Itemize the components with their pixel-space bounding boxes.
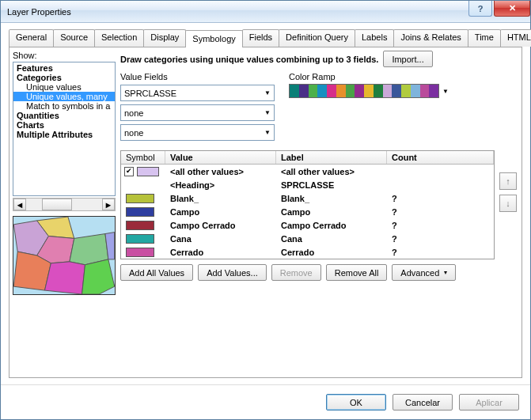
row-swatch[interactable] <box>126 248 154 257</box>
chevron-down-icon: ▼ <box>264 89 271 96</box>
table-row[interactable]: Campo CerradoCampo Cerrado? <box>121 218 494 232</box>
remove-all-button[interactable]: Remove All <box>326 264 388 281</box>
row-value: Cana <box>165 234 276 244</box>
reorder-buttons: ↑ ↓ <box>499 150 517 259</box>
titlebar[interactable]: Layer Properties ? ✕ <box>1 1 530 23</box>
heading-label: SPRCLASSE <box>276 180 387 190</box>
row-swatch[interactable] <box>126 194 154 203</box>
col-symbol[interactable]: Symbol <box>121 151 165 164</box>
value-field-3[interactable]: none▼ <box>120 124 275 141</box>
row-count: ? <box>387 248 494 257</box>
left-column: Show: Features Categories Unique values … <box>13 51 116 373</box>
value-field-2[interactable]: none▼ <box>120 104 275 121</box>
row-heading[interactable]: <Heading> SPRCLASSE <box>121 178 494 191</box>
chevron-down-icon: ▼ <box>264 109 271 116</box>
tree-unique-values-many[interactable]: Unique values, many <box>13 92 115 101</box>
chevron-down-icon: ▾ <box>444 269 447 276</box>
tree-charts[interactable]: Charts <box>13 120 115 130</box>
layer-properties-window: Layer Properties ? ✕ General Source Sele… <box>0 0 531 420</box>
right-column: Draw categories using unique values comb… <box>120 51 517 373</box>
dialog-footer: OK Cancelar Aplicar <box>1 384 530 419</box>
row-label: Cana <box>276 234 387 244</box>
row-label: Blank_ <box>276 194 387 203</box>
move-up-button[interactable]: ↑ <box>499 172 517 190</box>
heading-value: <Heading> <box>165 180 276 190</box>
client-area: General Source Selection Display Symbolo… <box>1 23 530 384</box>
tab-general[interactable]: General <box>9 29 54 47</box>
grid-header: Symbol Value Label Count <box>121 151 494 165</box>
value-field-1[interactable]: SPRCLASSE▼ <box>120 85 275 101</box>
arrow-up-icon: ↑ <box>506 176 510 186</box>
description-row: Draw categories using unique values comb… <box>120 51 517 67</box>
scroll-left-icon[interactable]: ◄ <box>13 199 26 210</box>
tree-multiple-attributes[interactable]: Multiple Attributes <box>13 130 115 139</box>
scroll-right-icon[interactable]: ► <box>102 199 115 210</box>
cancel-button[interactable]: Cancelar <box>393 394 453 411</box>
all-other-value: <all other values> <box>165 167 276 176</box>
chevron-down-icon[interactable]: ▼ <box>442 88 449 95</box>
row-count: ? <box>387 221 494 230</box>
import-button[interactable]: Import... <box>383 51 432 67</box>
tab-definition-query[interactable]: Definition Query <box>279 29 355 47</box>
close-icon: ✕ <box>509 3 516 13</box>
tab-html-popup[interactable]: HTML Popup <box>500 29 531 47</box>
tree-features[interactable]: Features <box>13 63 115 73</box>
color-ramp-label: Color Ramp <box>289 72 449 81</box>
row-value: Cerrado <box>165 248 276 257</box>
move-down-button[interactable]: ↓ <box>499 195 517 212</box>
tab-strip: General Source Selection Display Symbolo… <box>9 29 522 47</box>
tree-match-symbols[interactable]: Match to symbols in a <box>13 101 115 111</box>
row-value: Campo <box>165 207 276 217</box>
row-value: Blank_ <box>165 194 276 203</box>
table-row[interactable]: CampoCampo? <box>121 205 494 218</box>
col-label[interactable]: Label <box>276 151 387 164</box>
add-all-values-button[interactable]: Add All Values <box>120 264 193 281</box>
table-row[interactable]: Blank_Blank_? <box>121 191 494 205</box>
color-ramp[interactable] <box>289 84 439 98</box>
symbol-grid[interactable]: Symbol Value Label Count ✔ <all other va… <box>120 150 495 259</box>
grid-button-row: Add All Values Add Values... Remove Remo… <box>120 264 517 281</box>
tab-fields[interactable]: Fields <box>242 29 279 47</box>
show-tree[interactable]: Features Categories Unique values Unique… <box>13 62 116 196</box>
all-other-label: <all other values> <box>276 167 387 176</box>
tab-display[interactable]: Display <box>143 29 186 47</box>
row-label: Campo <box>276 207 387 217</box>
tab-time[interactable]: Time <box>468 29 501 47</box>
show-label: Show: <box>13 51 116 60</box>
map-preview-svg <box>13 217 115 294</box>
remove-button[interactable]: Remove <box>271 264 321 281</box>
apply-button[interactable]: Aplicar <box>459 394 519 411</box>
tab-symbology[interactable]: Symbology <box>185 30 242 47</box>
advanced-button[interactable]: Advanced▾ <box>392 264 456 281</box>
row-swatch[interactable] <box>126 221 154 230</box>
all-other-swatch[interactable] <box>137 167 159 176</box>
table-row[interactable]: CanaCana? <box>121 232 494 245</box>
tab-labels[interactable]: Labels <box>355 29 394 47</box>
help-icon: ? <box>478 4 484 13</box>
tab-source[interactable]: Source <box>53 29 95 47</box>
row-count: ? <box>387 207 494 217</box>
row-swatch[interactable] <box>126 207 154 217</box>
row-swatch[interactable] <box>126 234 154 244</box>
tree-quantities[interactable]: Quantities <box>13 111 115 120</box>
all-other-checkbox[interactable]: ✔ <box>124 167 134 176</box>
row-all-other[interactable]: ✔ <all other values> <all other values> <box>121 165 494 178</box>
ok-button[interactable]: OK <box>326 394 386 411</box>
col-value[interactable]: Value <box>165 151 276 164</box>
add-values-button[interactable]: Add Values... <box>198 264 267 281</box>
help-button[interactable]: ? <box>468 1 492 17</box>
tree-hscrollbar[interactable]: ◄ ► <box>13 198 116 211</box>
window-title: Layer Properties <box>7 7 467 17</box>
row-label: Cerrado <box>276 248 387 257</box>
tab-selection[interactable]: Selection <box>94 29 144 47</box>
tab-joins-relates[interactable]: Joins & Relates <box>393 29 468 47</box>
tree-categories[interactable]: Categories <box>13 73 115 82</box>
scroll-thumb[interactable] <box>42 199 72 210</box>
chevron-down-icon: ▼ <box>264 129 271 136</box>
col-count[interactable]: Count <box>387 151 494 164</box>
tree-unique-values[interactable]: Unique values <box>13 82 115 92</box>
value-fields-label: Value Fields <box>120 72 275 81</box>
close-button[interactable]: ✕ <box>494 1 530 17</box>
row-value: Campo Cerrado <box>165 221 276 230</box>
table-row[interactable]: CerradoCerrado? <box>121 245 494 259</box>
